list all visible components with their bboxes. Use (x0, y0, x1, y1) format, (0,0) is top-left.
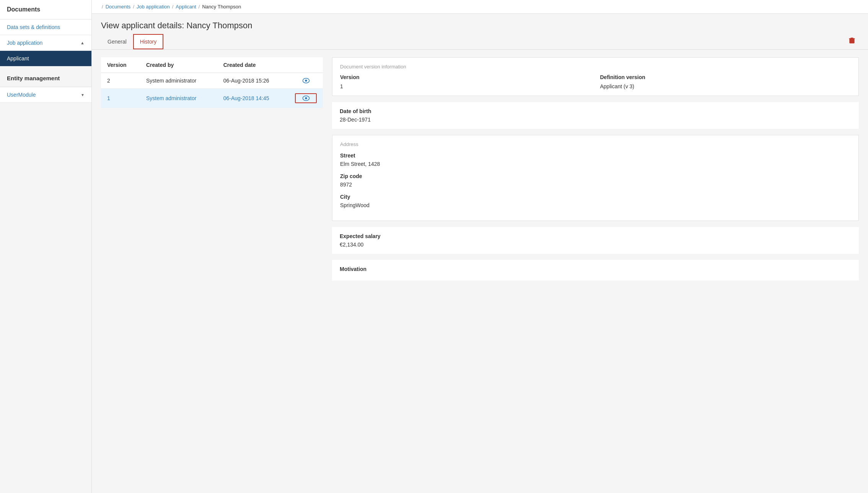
sidebar-section-entity-management: Entity management (0, 70, 91, 87)
tabs-bar: General History (92, 34, 868, 50)
row1-view-action[interactable] (289, 73, 323, 89)
breadcrumb-sep-4: / (199, 4, 200, 10)
city-label: City (340, 194, 851, 200)
city-group: City SpringWood (340, 194, 851, 208)
sidebar-item-job-application-label: Job application (7, 40, 42, 46)
details-panel: Document version information Version Def… (332, 57, 859, 485)
sidebar-item-applicant-label: Applicant (7, 55, 29, 62)
street-value: Elm Street, 1428 (340, 161, 851, 167)
definition-version-value: Applicant (v 3) (600, 83, 851, 89)
street-label: Street (340, 152, 851, 159)
page-title: View applicant details: Nancy Thompson (101, 21, 859, 31)
table-row: 1 System administrator 06-Aug-2018 14:45 (101, 89, 323, 108)
sidebar-item-user-module[interactable]: UserModule ▼ (0, 87, 91, 103)
breadcrumb-sep-2: / (133, 4, 134, 10)
dob-section: Date of birth 28-Dec-1971 (332, 102, 859, 129)
row2-created-date: 06-Aug-2018 14:45 (217, 89, 289, 108)
breadcrumb-applicant[interactable]: Applicant (176, 4, 196, 10)
address-section: Address Street Elm Street, 1428 Zip code… (332, 135, 859, 221)
sidebar-item-user-module-label: UserModule (7, 92, 36, 98)
dob-value: 28-Dec-1971 (340, 117, 851, 123)
row2-version: 1 (101, 89, 140, 108)
sidebar-item-job-application[interactable]: Job application ▲ (0, 35, 91, 51)
salary-label: Expected salary (340, 233, 851, 239)
sidebar-title: Documents (0, 0, 91, 19)
history-table: Version Created by Created date 2 System… (101, 57, 323, 108)
col-created-by: Created by (140, 57, 217, 73)
row2-created-by: System administrator (140, 89, 217, 108)
zip-label: Zip code (340, 173, 851, 179)
breadcrumb-documents[interactable]: Documents (106, 4, 131, 10)
breadcrumb: / Documents / Job application / Applican… (92, 0, 868, 14)
sidebar-item-applicant[interactable]: Applicant (0, 51, 91, 66)
delete-button[interactable] (845, 34, 859, 49)
street-group: Street Elm Street, 1428 (340, 152, 851, 167)
col-version: Version (101, 57, 140, 73)
col-action (289, 57, 323, 73)
zip-group: Zip code 8972 (340, 173, 851, 188)
chevron-down-icon: ▼ (81, 93, 85, 97)
breadcrumb-sep-1: / (102, 4, 103, 10)
breadcrumb-sep-3: / (172, 4, 174, 10)
sidebar-item-data-sets[interactable]: Data sets & definitions (0, 19, 91, 35)
doc-version-grid: Version Definition version 1 Applicant (… (340, 74, 851, 89)
main-content: / Documents / Job application / Applican… (92, 0, 868, 493)
motivation-label: Motivation (340, 266, 851, 272)
row1-version: 2 (101, 73, 140, 89)
svg-point-5 (305, 79, 307, 81)
row1-created-by: System administrator (140, 73, 217, 89)
definition-version-label: Definition version (600, 74, 851, 80)
history-panel: Version Created by Created date 2 System… (101, 57, 323, 485)
salary-value: €2,134.00 (340, 242, 851, 248)
city-value: SpringWood (340, 202, 851, 208)
chevron-up-icon: ▲ (80, 41, 85, 45)
content-area: Version Created by Created date 2 System… (92, 50, 868, 493)
version-label: Version (340, 74, 591, 80)
view-icon-row2[interactable] (295, 93, 317, 103)
doc-version-section: Document version information Version Def… (332, 57, 859, 96)
view-icon-row1[interactable] (295, 78, 317, 83)
row1-created-date: 06-Aug-2018 15:26 (217, 73, 289, 89)
doc-version-section-title: Document version information (340, 64, 851, 70)
breadcrumb-nancy-thompson: Nancy Thompson (202, 4, 241, 10)
page-header: View applicant details: Nancy Thompson (92, 14, 868, 34)
sidebar: Documents Data sets & definitions Job ap… (0, 0, 92, 493)
tab-general[interactable]: General (101, 34, 133, 49)
row2-view-action[interactable] (289, 89, 323, 108)
svg-point-7 (305, 97, 307, 99)
col-created-date: Created date (217, 57, 289, 73)
tab-history[interactable]: History (133, 34, 164, 49)
dob-label: Date of birth (340, 108, 851, 114)
version-value: 1 (340, 83, 591, 89)
zip-value: 8972 (340, 182, 851, 188)
address-title: Address (340, 141, 851, 147)
table-row: 2 System administrator 06-Aug-2018 15:26 (101, 73, 323, 89)
salary-section: Expected salary €2,134.00 (332, 227, 859, 254)
motivation-section: Motivation (332, 260, 859, 281)
breadcrumb-job-application[interactable]: Job application (137, 4, 170, 10)
